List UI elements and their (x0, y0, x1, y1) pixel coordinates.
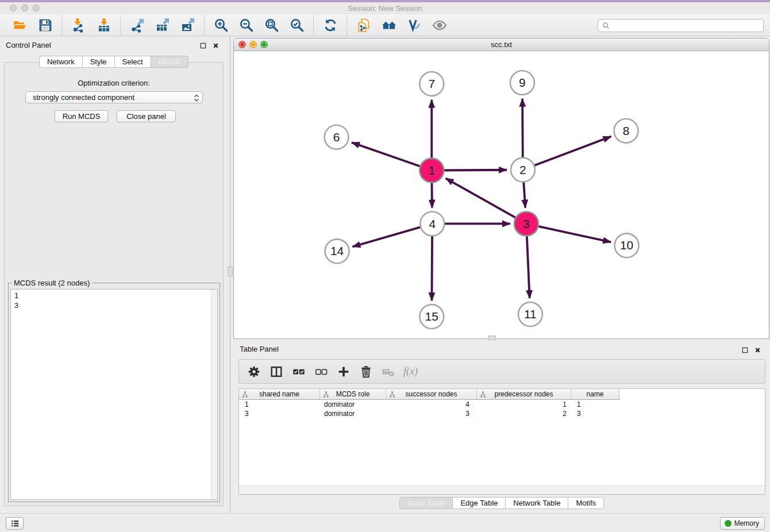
close-panel-icon[interactable] (211, 41, 220, 49)
graph-node-label: 14 (330, 244, 344, 257)
add-column-button[interactable] (336, 364, 351, 379)
table-cell: 1 (239, 400, 320, 408)
zoom-out-button[interactable] (238, 17, 254, 33)
table-horizontal-scrollbar[interactable] (239, 485, 765, 494)
tab-node-table[interactable]: Node Table (399, 497, 453, 509)
graph-node-label: 1 (428, 164, 435, 177)
network-graph[interactable]: 7968124314101511 (234, 51, 769, 338)
float-panel-icon[interactable] (199, 41, 207, 49)
table-panel: Table Panel f(x) shared nameMCDS rolesuc… (233, 342, 770, 513)
table-close-panel-icon[interactable] (753, 346, 761, 354)
tab-select[interactable]: Select (115, 56, 151, 68)
memory-status-icon (725, 520, 732, 527)
run-mcds-button[interactable]: Run MCDS (55, 110, 108, 122)
network-window-titlebar[interactable]: × – + scc.txt (234, 38, 769, 51)
application-window: Session: New Session Control Panel Netwo… (0, 0, 770, 532)
clone-network-button[interactable] (356, 17, 371, 33)
network-close-button[interactable]: × (238, 41, 246, 48)
table-row[interactable]: 1dominator411 (239, 400, 765, 409)
search-icon (602, 22, 610, 30)
export-image-button[interactable] (180, 17, 195, 33)
zoom-fit-button[interactable] (264, 17, 279, 33)
search-box[interactable] (598, 19, 764, 32)
refresh-button[interactable] (322, 17, 338, 33)
column-header-successor-nodes[interactable]: successor nodes (386, 389, 477, 399)
tab-mcds[interactable]: MCDS (151, 56, 188, 68)
gear-button[interactable] (246, 364, 261, 379)
graph-edge-3-10[interactable] (526, 223, 611, 242)
search-input[interactable] (610, 22, 763, 30)
tab-edge-table[interactable]: Edge Table (453, 497, 506, 509)
graph-node-label: 10 (620, 238, 633, 252)
result-scrollbar[interactable] (211, 290, 217, 499)
control-panel-tabs: NetworkStyleSelectMCDS (0, 56, 228, 68)
column-header-name[interactable]: name (571, 389, 619, 399)
toolbar-group (3, 17, 61, 33)
graph-node-label: 4 (429, 217, 436, 230)
graph-node-label: 15 (425, 310, 438, 323)
column-header-shared-name[interactable]: shared name (239, 389, 320, 399)
table-float-panel-icon[interactable] (741, 346, 749, 354)
memory-button[interactable]: Memory (720, 517, 765, 530)
zoom-in-button[interactable] (213, 17, 229, 33)
graph-node-label: 6 (333, 130, 340, 144)
select-spinner-icon (194, 94, 199, 104)
table-row[interactable]: 3dominator323 (239, 409, 765, 418)
task-history-button[interactable] (6, 517, 24, 530)
table-cell: 4 (386, 400, 477, 408)
control-panel-title: Control Panel (6, 41, 51, 49)
export-table-button[interactable] (155, 17, 170, 33)
delete-table-button (380, 364, 396, 379)
network-minimize-button[interactable]: – (249, 41, 257, 48)
column-header-MCDS-role[interactable]: MCDS role (320, 389, 386, 399)
table-panel-title: Table Panel (240, 345, 279, 353)
table-cell: 3 (571, 410, 619, 418)
main-toolbar-groups (3, 16, 456, 35)
table-cell: 1 (571, 400, 619, 408)
toolbar-group (347, 17, 456, 33)
save-session-button[interactable] (37, 17, 53, 33)
mcds-result-title: MCDS result (2 nodes) (11, 279, 92, 287)
graph-edge-3-1[interactable] (446, 178, 526, 223)
status-bar: Memory (0, 513, 770, 532)
show-all-networks-button[interactable] (381, 17, 396, 33)
mcds-result-group: MCDS result (2 nodes) 1 3 (8, 283, 220, 502)
tab-network-table[interactable]: Network Table (506, 497, 568, 509)
node-table[interactable]: shared nameMCDS rolesuccessor nodesprede… (238, 388, 765, 495)
function-builder-button: f(x) (403, 364, 418, 379)
table-toolbar: f(x) (238, 359, 765, 384)
close-panel-button[interactable]: Close panel (117, 110, 176, 122)
network-canvas[interactable]: 7968124314101511 (234, 51, 769, 338)
import-network-button[interactable] (71, 17, 86, 33)
split-columns-button[interactable] (268, 364, 284, 379)
tab-motifs[interactable]: Motifs (568, 497, 604, 509)
delete-column-button[interactable] (358, 364, 374, 379)
window-title: Session: New Session (0, 4, 770, 13)
vertical-splitter-handle[interactable] (228, 267, 233, 276)
mcds-result-text[interactable]: 1 3 (10, 289, 218, 500)
zoom-selected-button[interactable] (289, 17, 305, 33)
table-cell: dominator (320, 410, 386, 418)
hide-graphics-details-button[interactable] (406, 17, 422, 33)
export-network-button[interactable] (129, 17, 145, 33)
network-zoom-button[interactable]: + (260, 41, 268, 48)
main-titlebar: Session: New Session (0, 2, 770, 14)
column-header-predecessor-nodes[interactable]: predecessor nodes (477, 389, 571, 399)
tab-network[interactable]: Network (39, 56, 83, 68)
table-cell: 3 (386, 410, 477, 418)
graph-edge-2-8[interactable] (523, 137, 611, 170)
import-table-button[interactable] (96, 17, 111, 33)
toolbar-group (205, 17, 313, 33)
deselect-all-button[interactable] (313, 364, 329, 379)
table-cell: 3 (239, 410, 320, 418)
select-all-button[interactable] (291, 364, 306, 379)
graph-node-label: 11 (524, 307, 537, 321)
network-window-title: scc.txt (234, 38, 769, 51)
optimization-criterion-select[interactable]: strongly connected component (25, 91, 203, 103)
graph-node-label: 2 (519, 163, 526, 176)
open-session-button[interactable] (12, 17, 28, 33)
eye-disabled-button[interactable] (432, 17, 447, 33)
tab-style[interactable]: Style (83, 56, 115, 68)
network-window-controls: × – + (238, 41, 268, 48)
horizontal-splitter-handle[interactable] (488, 336, 496, 340)
